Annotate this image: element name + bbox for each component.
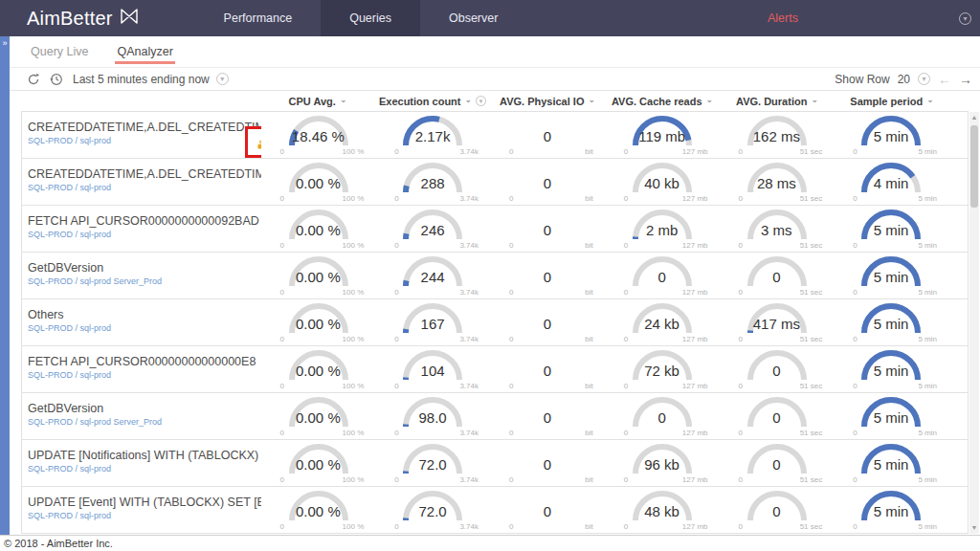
column-header-execution-count[interactable]: Execution count⌄ ▾ [375, 91, 490, 111]
navbar-dropdown-icon[interactable]: ▾ [959, 12, 971, 25]
metric-value: 417 ms [720, 316, 835, 332]
toolbar: Last 5 minutes ending now ▾ Show Row 20 … [10, 68, 980, 91]
gauge-min-label: 0 [394, 429, 398, 437]
metric-value: 119 mb [605, 128, 720, 144]
gauge-min-label: 0 [509, 429, 513, 437]
gauge-min-label: 0 [280, 429, 284, 437]
nav-item-queries[interactable]: Queries [321, 0, 420, 36]
query-name: CREATEDDATETIME,A.DEL_CREATEDTIME,A.CREA… [28, 167, 261, 181]
gauge-max-label: bit [585, 147, 592, 156]
query-cell: Others SQL-PROD / sql-prod [22, 299, 261, 345]
time-history-icon[interactable] [50, 73, 63, 86]
metric-value: 0 [605, 409, 720, 426]
gauge-min-label: 0 [280, 288, 284, 297]
metric-value: 5 min [834, 456, 948, 473]
gauge-min-label: 0 [280, 335, 284, 343]
gauge-min-label: 0 [853, 522, 857, 531]
gauge-min-label: 0 [509, 241, 513, 250]
metric-value: 40 kb [605, 175, 720, 191]
table-row[interactable]: CREATEDDATETIME,A.DEL_CREATEDTIME,A.CREA… [22, 112, 968, 159]
table-row[interactable]: GetDBVersion SQL-PROD / sql-prod Server_… [22, 393, 968, 440]
table-row[interactable]: Others SQL-PROD / sql-prod 0.00 %0100 %1… [22, 299, 968, 346]
metric-gauge-cell: 5 min05 min [834, 440, 948, 486]
copyright-text: © 2018 - AimBetter Inc. [4, 538, 113, 549]
metric-value: 0 [490, 409, 605, 426]
query-cell: CREATEDDATETIME,A.DEL_CREATEDTIME,A.CREA… [22, 112, 261, 158]
gauge-max-label: 51 sec [800, 429, 823, 437]
metric-value: 0 [720, 456, 835, 473]
gauge-min-label: 0 [280, 147, 284, 156]
gauge-max-label: 100 % [343, 147, 365, 156]
metric-value: 0 [490, 269, 605, 285]
gauge-max-label: 100 % [343, 288, 365, 297]
column-header-sample-period[interactable]: Sample period⌄ [835, 91, 949, 111]
column-header-avg-physical-io[interactable]: AVG. Physical IO⌄ [490, 91, 605, 111]
gauge-min-label: 0 [509, 475, 513, 484]
metric-value: 0 [490, 363, 605, 379]
time-range-dropdown-icon[interactable]: ▾ [216, 73, 229, 85]
gauge-min-label: 0 [280, 382, 284, 390]
metric-value: 0 [720, 409, 835, 426]
scrollbar-thumb[interactable] [970, 125, 978, 208]
query-cell: UPDATE [Event] WITH (TABLOCKX) SET [Batc… [22, 487, 261, 533]
metric-value: 0.00 % [261, 409, 376, 426]
metric-value-cell: 00bit [490, 393, 605, 439]
query-cell: UPDATE [Notifications] WITH (TABLOCKX) S… [22, 440, 261, 486]
column-header-cpu-avg[interactable]: CPU Avg.⌄ [260, 91, 375, 111]
scroll-down-arrow-icon[interactable]: ▼ [969, 522, 979, 534]
table-row[interactable]: CREATEDDATETIME,A.DEL_CREATEDTIME,A.CREA… [22, 159, 968, 206]
gauge-min-label: 0 [853, 382, 857, 390]
table-row[interactable]: FETCH API_CURSOR00000000000000E8 SQL-PRO… [22, 346, 968, 393]
metric-value-cell: 00bit [490, 253, 605, 298]
column-header-avg-cache-reads[interactable]: AVG. Cache reads⌄ [605, 91, 720, 111]
nav-item-performance[interactable]: Performance [195, 0, 322, 36]
metric-gauge-cell: 0.00 %0100 % [261, 299, 376, 345]
show-row-dropdown-icon[interactable]: ▾ [918, 73, 930, 85]
nav-item-alerts[interactable]: Alerts [768, 0, 798, 36]
metric-value: 244 [375, 269, 490, 285]
metric-gauge-cell: 5 min05 min [834, 206, 948, 252]
metric-gauge-cell: 40 kb0127 mb [605, 159, 720, 205]
tab-qanalyzer[interactable]: QAnalyzer [115, 36, 174, 68]
column-dropdown-icon[interactable]: ▾ [476, 96, 486, 106]
query-name: FETCH API_CURSOR0000000000092BAD [28, 214, 261, 228]
table-row[interactable]: GetDBVersion SQL-PROD / sql-prod Server_… [22, 253, 968, 299]
sort-chevron-icon: ⌄ [926, 96, 934, 104]
gauge-max-label: 51 sec [800, 241, 823, 250]
sort-chevron-icon: ⌄ [706, 96, 714, 104]
gauge-min-label: 0 [509, 522, 513, 531]
gauge-min-label: 0 [624, 288, 628, 297]
table-row[interactable]: FETCH API_CURSOR0000000000092BAD SQL-PRO… [22, 206, 968, 253]
gauge-max-label: bit [585, 335, 592, 343]
previous-page-arrow[interactable]: ← [938, 73, 951, 86]
toolbar-right: Show Row 20 ▾ ← → [835, 73, 972, 86]
nav-item-observer[interactable]: Observer [420, 0, 526, 36]
vertical-scrollbar[interactable]: ▲ ▼ [969, 112, 979, 534]
gauge-min-label: 0 [509, 382, 513, 390]
refresh-icon[interactable] [27, 73, 40, 86]
gauge-max-label: 127 mb [682, 475, 708, 484]
sidebar-collapse-rail[interactable]: » [0, 36, 10, 535]
expand-chevrons-icon[interactable]: » [0, 38, 10, 48]
gauge-max-label: 3.74k [459, 335, 479, 343]
table-row[interactable]: UPDATE [Notifications] WITH (TABLOCKX) S… [22, 440, 968, 487]
main-nav: Performance Queries Observer [195, 0, 527, 36]
table-row[interactable]: UPDATE [Event] WITH (TABLOCKX) SET [Batc… [22, 487, 968, 534]
next-page-arrow[interactable]: → [959, 73, 972, 86]
gauge-min-label: 0 [280, 241, 284, 250]
metric-value-cell: 00bit [490, 440, 605, 486]
column-header-avg-duration[interactable]: AVG. Duration⌄ [720, 91, 835, 111]
show-row-value[interactable]: 20 [898, 73, 910, 86]
gauge-min-label: 0 [739, 241, 743, 250]
scroll-up-arrow-icon[interactable]: ▲ [969, 112, 979, 123]
tab-query-live[interactable]: Query Live [29, 36, 90, 68]
top-navbar: AimBetter Performance Queries Observer A… [0, 0, 980, 36]
metric-value: 246 [375, 222, 490, 238]
gauge-min-label: 0 [280, 475, 284, 484]
page-footer: © 2018 - AimBetter Inc. [0, 535, 980, 551]
gauge-max-label: 5 min [918, 194, 937, 203]
metric-value: 72.0 [375, 456, 490, 473]
query-source: SQL-PROD / sql-prod [28, 464, 261, 474]
metric-gauge-cell: 72.003.74k [375, 487, 490, 533]
metric-value-cell: 00bit [490, 112, 605, 158]
